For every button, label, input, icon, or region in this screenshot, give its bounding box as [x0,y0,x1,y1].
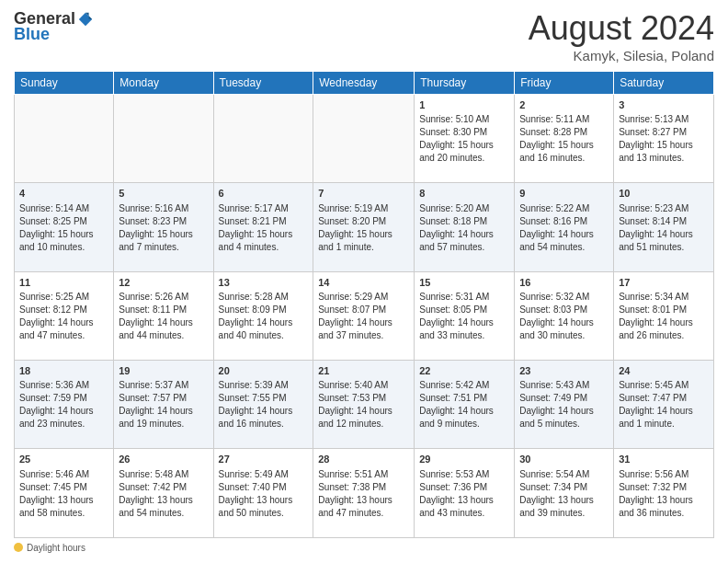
day-info-line: Sunrise: 5:40 AM [318,379,409,392]
daylight-label: Daylight hours [27,543,85,553]
day-info-line: Sunrise: 5:45 AM [619,379,709,392]
day-info-line: Sunset: 8:18 PM [419,215,509,228]
daylight-dot [14,543,23,552]
calendar-cell: 30Sunrise: 5:54 AMSunset: 7:34 PMDayligh… [515,449,614,537]
day-info-line: Daylight: 15 hours and 7 minutes. [119,228,208,254]
day-info-line: Daylight: 13 hours and 36 minutes. [619,494,709,520]
logo-icon [77,11,94,28]
day-info-line: Daylight: 13 hours and 47 minutes. [318,494,409,520]
day-info-line: Sunset: 7:38 PM [318,481,409,494]
day-number: 10 [619,187,709,201]
day-info-line: Sunrise: 5:32 AM [519,291,609,304]
day-info-line: Daylight: 14 hours and 51 minutes. [619,228,709,254]
day-info-line: Daylight: 14 hours and 26 minutes. [619,316,709,342]
day-info-line: Sunset: 8:11 PM [119,304,208,316]
day-info-line: Sunset: 7:42 PM [119,481,208,494]
day-info-line: Sunrise: 5:10 AM [419,113,509,126]
day-info-line: Sunset: 8:30 PM [419,126,509,139]
calendar-cell: 29Sunrise: 5:53 AMSunset: 7:36 PMDayligh… [415,449,515,537]
calendar-week-3: 11Sunrise: 5:25 AMSunset: 8:12 PMDayligh… [15,271,714,360]
day-header-thursday: Thursday [415,72,515,95]
day-number: 8 [419,187,509,201]
title-location: Kamyk, Silesia, Poland [529,48,714,63]
day-number: 31 [619,453,709,466]
calendar-cell: 17Sunrise: 5:34 AMSunset: 8:01 PMDayligh… [614,271,714,360]
day-header-monday: Monday [114,72,213,95]
calendar-cell [114,95,213,183]
calendar-cell: 5Sunrise: 5:16 AMSunset: 8:23 PMDaylight… [114,183,213,271]
calendar-week-2: 4Sunrise: 5:14 AMSunset: 8:25 PMDaylight… [15,183,714,271]
day-info-line: Sunrise: 5:46 AM [19,468,108,481]
day-info-line: Sunset: 8:20 PM [318,215,409,228]
day-number: 24 [619,364,709,378]
calendar-cell: 31Sunrise: 5:56 AMSunset: 7:32 PMDayligh… [614,449,714,537]
day-info-line: Daylight: 14 hours and 37 minutes. [318,316,409,342]
day-info-line: Sunset: 8:12 PM [19,304,108,316]
day-header-wednesday: Wednesday [313,72,415,95]
day-info-line: Sunset: 8:14 PM [619,215,709,228]
day-info-line: Sunrise: 5:36 AM [19,379,108,392]
calendar-cell: 6Sunrise: 5:17 AMSunset: 8:21 PMDaylight… [213,183,313,271]
day-info-line: Daylight: 14 hours and 5 minutes. [519,405,609,431]
day-info-line: Sunrise: 5:56 AM [619,468,709,481]
day-number: 14 [318,276,409,290]
day-number: 29 [419,453,509,466]
day-info-line: Daylight: 14 hours and 16 minutes. [219,405,309,431]
day-number: 26 [119,453,208,466]
calendar-cell: 24Sunrise: 5:45 AMSunset: 7:47 PMDayligh… [614,360,714,448]
day-number: 7 [318,187,409,201]
day-info-line: Sunrise: 5:54 AM [519,468,609,481]
calendar-cell: 27Sunrise: 5:49 AMSunset: 7:40 PMDayligh… [213,449,313,537]
day-number: 28 [318,453,409,466]
day-info-line: Sunrise: 5:31 AM [419,291,509,304]
calendar-cell: 28Sunrise: 5:51 AMSunset: 7:38 PMDayligh… [313,449,415,537]
day-info-line: Sunrise: 5:48 AM [119,468,208,481]
footer: Daylight hours [14,543,714,555]
day-header-friday: Friday [515,72,614,95]
day-number: 12 [119,276,208,290]
day-info-line: Sunrise: 5:42 AM [419,379,509,392]
day-number: 23 [519,364,609,378]
calendar-cell: 1Sunrise: 5:10 AMSunset: 8:30 PMDaylight… [415,95,515,183]
calendar-cell: 14Sunrise: 5:29 AMSunset: 8:07 PMDayligh… [313,271,415,360]
day-info-line: Daylight: 13 hours and 54 minutes. [119,494,208,520]
calendar-cell: 2Sunrise: 5:11 AMSunset: 8:28 PMDaylight… [515,95,614,183]
calendar-week-4: 18Sunrise: 5:36 AMSunset: 7:59 PMDayligh… [15,360,714,448]
day-number: 22 [419,364,509,378]
day-info-line: Sunrise: 5:16 AM [119,202,208,215]
day-info-line: Sunset: 8:09 PM [219,304,309,316]
day-info-line: Daylight: 14 hours and 47 minutes. [19,316,108,342]
day-info-line: Daylight: 13 hours and 58 minutes. [19,494,108,520]
day-info-line: Daylight: 14 hours and 23 minutes. [19,405,108,431]
day-info-line: Sunset: 8:01 PM [619,304,709,316]
calendar-cell: 4Sunrise: 5:14 AMSunset: 8:25 PMDaylight… [15,183,114,271]
day-info-line: Daylight: 15 hours and 16 minutes. [519,139,609,165]
day-info-line: Sunset: 8:07 PM [318,304,409,316]
day-number: 6 [219,187,309,201]
day-info-line: Sunrise: 5:19 AM [318,202,409,215]
calendar-cell: 19Sunrise: 5:37 AMSunset: 7:57 PMDayligh… [114,360,213,448]
day-info-line: Daylight: 14 hours and 57 minutes. [419,228,509,254]
day-info-line: Sunrise: 5:26 AM [119,291,208,304]
day-info-line: Sunset: 8:25 PM [19,215,108,228]
day-number: 3 [619,98,709,112]
day-info-line: Sunset: 8:28 PM [519,126,609,139]
day-info-line: Sunset: 7:32 PM [619,481,709,494]
day-number: 1 [419,98,509,112]
day-info-line: Sunset: 7:53 PM [318,392,409,405]
calendar-cell: 23Sunrise: 5:43 AMSunset: 7:49 PMDayligh… [515,360,614,448]
day-info-line: Daylight: 13 hours and 50 minutes. [219,494,309,520]
logo-blue-text: Blue [14,25,50,44]
day-info-line: Daylight: 14 hours and 9 minutes. [419,405,509,431]
day-info-line: Sunrise: 5:17 AM [219,202,309,215]
day-number: 25 [19,453,108,466]
page: General Blue August 2024 Kamyk, Silesia,… [0,0,728,563]
day-header-tuesday: Tuesday [213,72,313,95]
day-info-line: Sunset: 8:23 PM [119,215,208,228]
day-info-line: Sunset: 8:21 PM [219,215,309,228]
logo: General Blue [14,9,94,44]
calendar-cell: 7Sunrise: 5:19 AMSunset: 8:20 PMDaylight… [313,183,415,271]
day-info-line: Sunrise: 5:13 AM [619,113,709,126]
day-info-line: Sunrise: 5:25 AM [19,291,108,304]
day-info-line: Sunrise: 5:20 AM [419,202,509,215]
